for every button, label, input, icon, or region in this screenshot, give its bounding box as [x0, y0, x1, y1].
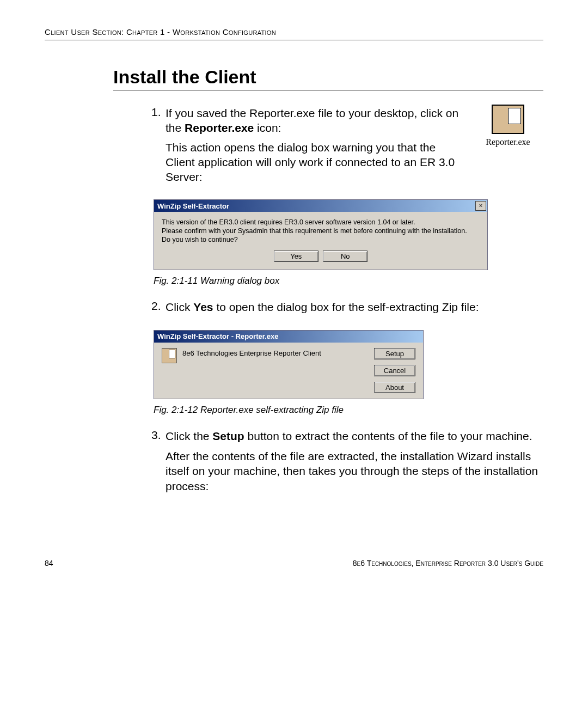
about-button[interactable]: About: [374, 382, 415, 393]
extractor-desc: 8e6 Technologies Enterprise Reporter Cli…: [182, 348, 373, 357]
extractor-dialog-titlebar: WinZip Self-Extractor - Reporter.exe: [154, 331, 423, 343]
step-2-line: Click Yes to open the dialog box for the…: [166, 300, 479, 314]
warning-dialog-title: WinZip Self-Extractor: [157, 202, 229, 210]
setup-button[interactable]: Setup: [374, 348, 415, 359]
step-1-line-2: This action opens the dialog box warning…: [166, 140, 465, 185]
step-3: 3. Click the Setup button to extract the…: [151, 429, 543, 448]
warning-dialog-titlebar: WinZip Self-Extractor ×: [154, 200, 487, 212]
extractor-icon: [162, 348, 177, 363]
step-1-number: 1.: [151, 106, 166, 188]
yes-button[interactable]: Yes: [274, 251, 318, 262]
section-title: Install the Client: [113, 66, 543, 90]
warning-line-1: This version of the ER3.0 client require…: [162, 218, 480, 227]
close-icon[interactable]: ×: [475, 201, 486, 211]
warning-dialog-body: This version of the ER3.0 client require…: [154, 212, 487, 251]
figure-caption-1: Fig. 2:1-11 Warning dialog box: [154, 276, 543, 286]
figure-caption-2: Fig. 2:1-12 Reporter.exe self-extracting…: [154, 405, 543, 416]
step-1-line-1: If you saved the Reporter.exe file to yo…: [166, 106, 465, 136]
warning-dialog: WinZip Self-Extractor × This version of …: [154, 199, 488, 270]
step-3-number: 3.: [151, 429, 166, 448]
cancel-button[interactable]: Cancel: [374, 365, 415, 376]
footer-guide: 8e6 Technologies, Enterprise Reporter 3.…: [353, 559, 543, 567]
running-head: Client User Section: Chapter 1 - Worksta…: [45, 27, 543, 40]
extractor-dialog-title: WinZip Self-Extractor - Reporter.exe: [157, 332, 278, 340]
no-button[interactable]: No: [323, 251, 367, 262]
reporter-exe-icon-block: Reporter.exe: [473, 105, 543, 147]
step-3-line-1: Click the Setup button to extract the co…: [166, 429, 532, 443]
page-number: 84: [45, 559, 53, 567]
reporter-exe-icon: [492, 105, 524, 134]
extractor-dialog: WinZip Self-Extractor - Reporter.exe 8e6…: [154, 330, 424, 399]
warning-line-2: Please confirm with your Sysadmin that t…: [162, 227, 480, 236]
reporter-exe-caption: Reporter.exe: [473, 137, 543, 147]
step-3-line-2: After the contents of the file are extra…: [166, 449, 543, 493]
step-2-number: 2.: [151, 300, 166, 319]
warning-line-3: Do you wish to continue?: [162, 236, 480, 245]
step-2: 2. Click Yes to open the dialog box for …: [151, 300, 543, 319]
step-1: 1. If you saved the Reporter.exe file to…: [151, 106, 465, 188]
